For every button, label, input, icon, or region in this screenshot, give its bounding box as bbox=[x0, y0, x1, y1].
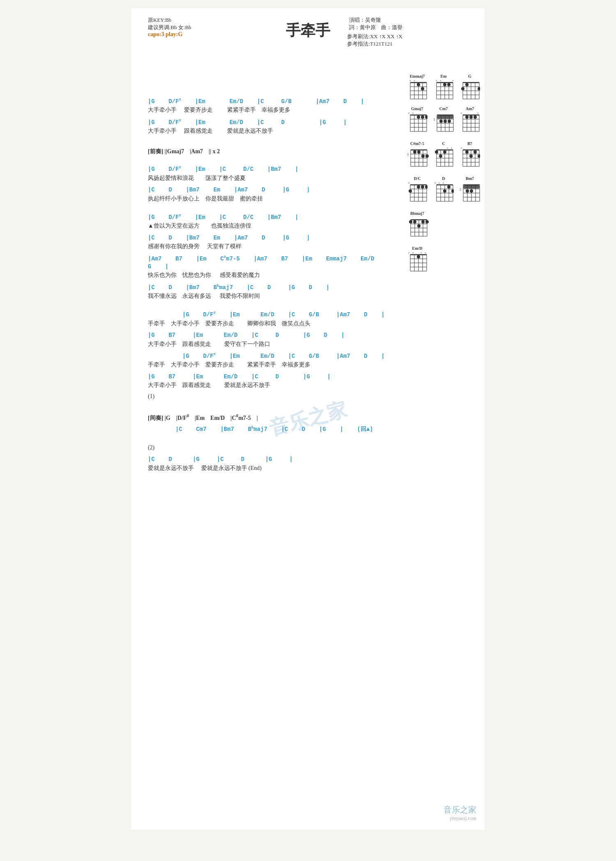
svg-point-162 bbox=[451, 189, 454, 193]
lyric-line-8: 我不懂永远 永远有多远 我爱你不限时间 bbox=[148, 292, 386, 301]
chord-cm7: Cm7 3 bbox=[433, 106, 454, 137]
chord-row-4: D/C x bbox=[407, 176, 480, 207]
svg-point-55 bbox=[421, 115, 424, 119]
svg-point-71 bbox=[448, 120, 451, 123]
svg-text:o: o bbox=[421, 251, 422, 254]
chord-row-5: Bbmaj7 bbox=[407, 211, 480, 242]
singer: 演唱：吴奇隆 bbox=[349, 16, 402, 24]
svg-text:o: o bbox=[408, 251, 409, 254]
svg-text:o: o bbox=[443, 182, 444, 184]
svg-point-176 bbox=[470, 189, 473, 193]
chord-line-13: |C D |G |C D |G | bbox=[148, 456, 386, 464]
svg-text:o: o bbox=[447, 147, 448, 149]
svg-text:x: x bbox=[412, 112, 414, 114]
svg-point-39 bbox=[465, 83, 469, 86]
svg-text:o: o bbox=[440, 79, 441, 82]
bottom-logo: 音乐之家 yinyuezj.com bbox=[444, 804, 476, 822]
chord-b7: B7 o bbox=[459, 141, 480, 172]
svg-point-143 bbox=[409, 189, 412, 193]
chord-row-1: Emmaj7 o o bbox=[407, 74, 480, 102]
chord-diagrams: Emmaj7 o o bbox=[407, 74, 480, 281]
song-title: 手牵手 bbox=[148, 21, 468, 41]
chord-dc: D/C x bbox=[407, 176, 428, 207]
svg-point-144 bbox=[417, 185, 420, 189]
svg-text:o: o bbox=[477, 112, 478, 114]
svg-text:x: x bbox=[434, 182, 436, 184]
suggestion: 建议男调:Bb 女:Bb bbox=[148, 24, 191, 31]
svg-text:3: 3 bbox=[433, 118, 435, 122]
svg-point-189 bbox=[417, 224, 421, 228]
mark-1: (1) bbox=[148, 392, 386, 401]
svg-point-115 bbox=[435, 150, 438, 154]
svg-point-13 bbox=[421, 87, 424, 90]
logo-en: yinyuezj.com bbox=[444, 815, 476, 822]
chord-line-5: |G D/F# |Em |C D/C |Bm7 | bbox=[148, 213, 386, 221]
svg-point-69 bbox=[439, 120, 443, 123]
svg-point-206 bbox=[417, 255, 420, 258]
svg-point-28 bbox=[447, 83, 451, 86]
ref-info: 参考刷法:XX ↑X XX ↑X 参考指法:T121T121 bbox=[347, 33, 402, 48]
chord-line-9: |G D/F# |Em Em/D |C G/B |Am7 D | bbox=[148, 311, 386, 319]
lyric-line-2: 大手牵小手 跟着感觉走 爱就是永远不放手 bbox=[148, 127, 386, 136]
svg-text:o: o bbox=[412, 251, 414, 254]
lyric-line-12: 大手牵小手 跟着感觉走 爱就是永远不放手 bbox=[148, 381, 386, 390]
lyric-line-6: 感谢有你在我的身旁 天堂有了模样 bbox=[148, 242, 386, 251]
chord-emmaj7: Emmaj7 o o bbox=[407, 74, 428, 102]
svg-text:o: o bbox=[461, 112, 462, 114]
svg-text:o: o bbox=[425, 251, 426, 254]
chord-line-12: |G B7 |Em Em/D |C D |G | bbox=[148, 373, 386, 381]
chord-gmaj7: Gmaj7 x x bbox=[407, 106, 428, 137]
svg-point-56 bbox=[425, 115, 428, 119]
chord-row-2: Gmaj7 x x bbox=[407, 106, 480, 137]
svg-point-146 bbox=[425, 185, 428, 189]
composer: 曲：溫譽 bbox=[381, 24, 402, 30]
chord-line-7: |Am7 B7 |Em C#m7-5 |Am7 B7 |Em Emmaj7 Em… bbox=[148, 255, 386, 271]
lyric-line-1: 大手牵小手 爱要齐步走 紧紧手牵手 幸福多更多 bbox=[148, 106, 386, 115]
svg-point-84 bbox=[465, 115, 469, 119]
svg-point-40 bbox=[461, 87, 464, 90]
svg-point-101 bbox=[425, 154, 429, 158]
lyric-line-3: 风扬起爱情和浪花 荡漾了整个盛夏 bbox=[148, 174, 386, 183]
chord-line-1: |G D/F# |Em Em/D |C G/B |Am7 D | bbox=[148, 97, 386, 106]
lyric-line-5: ▲曾以为天堂在远方 也孤独流连傍徨 bbox=[148, 221, 386, 230]
chord-line-8: |C D |Bm7 Bbmaj7 |C D |G D | bbox=[148, 283, 386, 292]
chord-em: Em o o o bbox=[433, 74, 454, 102]
svg-text:2: 2 bbox=[460, 188, 461, 191]
svg-text:o: o bbox=[451, 147, 452, 149]
chord-line-2: |G D/F# |Em Em/D |C D |G | bbox=[148, 118, 386, 127]
svg-point-85 bbox=[469, 115, 473, 119]
svg-point-27 bbox=[443, 83, 446, 86]
svg-point-175 bbox=[466, 189, 469, 193]
svg-point-54 bbox=[417, 115, 420, 119]
svg-point-129 bbox=[473, 150, 477, 154]
svg-point-190 bbox=[421, 220, 425, 223]
svg-point-130 bbox=[469, 154, 473, 158]
chord-bm7: Bm7 2 bbox=[459, 176, 480, 207]
svg-point-145 bbox=[421, 185, 424, 189]
svg-rect-174 bbox=[463, 185, 480, 189]
chord-emd: Em/D o o o o bbox=[407, 246, 428, 277]
chord-d: D x x o bbox=[433, 176, 454, 207]
mark-2: (2) bbox=[148, 443, 386, 452]
svg-point-98 bbox=[413, 150, 416, 154]
svg-point-99 bbox=[417, 150, 421, 154]
svg-point-187 bbox=[409, 220, 412, 223]
svg-point-128 bbox=[465, 150, 469, 154]
svg-point-160 bbox=[447, 185, 451, 189]
svg-point-41 bbox=[478, 87, 480, 90]
svg-point-70 bbox=[444, 120, 447, 123]
chord-row-3: C#m7-5 3 bbox=[407, 141, 480, 172]
section-prelude: [前奏] ||Gmaj7 |Am7 || x 2 bbox=[148, 148, 386, 155]
chord-g: G bbox=[459, 74, 480, 102]
lyric-line-4: 执起纤纤小手放心上 你是我最甜 蜜的牵挂 bbox=[148, 194, 386, 203]
svg-text:o: o bbox=[410, 79, 411, 82]
chord-am7: Am7 o o bbox=[459, 106, 480, 137]
meta-right: 演唱：吴奇隆 詞：黄中原 曲：溫譽 bbox=[349, 16, 402, 31]
meta-left: 原KEY:Bb 建议男调:Bb 女:Bb capo:3 play:G bbox=[148, 16, 191, 38]
original-key: 原KEY:Bb bbox=[148, 16, 191, 24]
svg-point-100 bbox=[421, 154, 425, 158]
lyric-line-10: 大手牵小手 跟着感觉走 爱守在下一个路口 bbox=[148, 340, 386, 349]
svg-text:x: x bbox=[408, 182, 409, 184]
chord-line-interlude2: |C Cm7 |Bm7 Bbmaj7 |C D |G | (回▲) bbox=[148, 425, 386, 433]
lyric-line-13: 爱就是永远不放手 爱就是永远不放手 (End) bbox=[148, 464, 386, 473]
